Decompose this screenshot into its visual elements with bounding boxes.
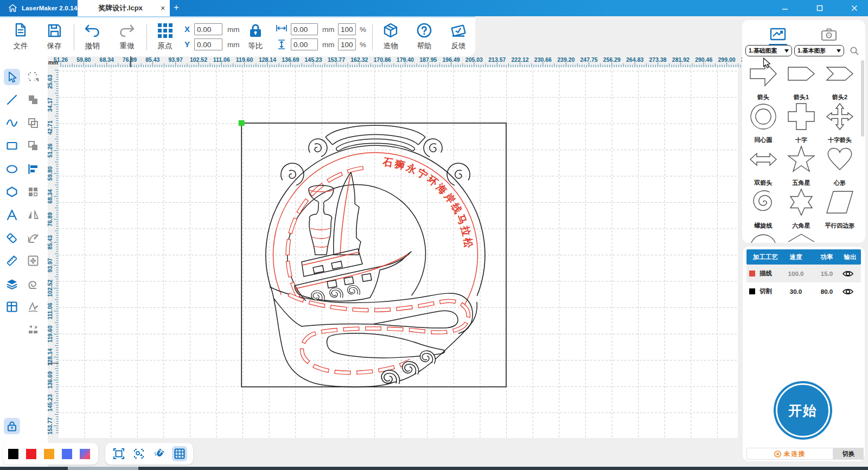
- pen-a-tool[interactable]: [25, 299, 41, 315]
- ellipse-tool[interactable]: [4, 161, 20, 177]
- resize-tool[interactable]: [25, 253, 41, 269]
- tab-gallery[interactable]: [762, 27, 794, 43]
- shape-item-spiral[interactable]: 螺旋线: [744, 188, 782, 230]
- text-tool[interactable]: [4, 207, 20, 223]
- file-label: 文件: [14, 41, 28, 51]
- subcategory-dropdown[interactable]: 1.基本图形: [794, 45, 844, 56]
- medal-design[interactable]: 石狮永宁环海岸线马拉松: [266, 125, 485, 387]
- process-table: 加工工艺 速度 功率 输出 描线 100.0 15.0 切割 30.0 80.0: [746, 249, 861, 300]
- grid4-tool[interactable]: [25, 184, 41, 200]
- x-input[interactable]: [194, 23, 222, 35]
- width-percent-input[interactable]: [338, 23, 356, 35]
- curl-tool[interactable]: [25, 276, 41, 292]
- shape-item-star6[interactable]: 六角星: [782, 188, 820, 230]
- selection-handle[interactable]: [239, 120, 245, 126]
- minimize-button[interactable]: [774, 0, 796, 16]
- curve-tool[interactable]: [4, 115, 20, 131]
- redo-button[interactable]: 重做: [112, 21, 142, 54]
- new-tab-button[interactable]: +: [171, 0, 182, 16]
- close-button[interactable]: [844, 0, 865, 16]
- design-canvas[interactable]: 石狮永宁环海岸线马拉松: [59, 67, 738, 438]
- taskbar-strip: [0, 467, 868, 470]
- layers-tool[interactable]: [4, 276, 20, 292]
- col-power: 功率: [812, 253, 842, 261]
- svg-text:102.52: 102.52: [47, 279, 53, 297]
- frame-button[interactable]: [111, 446, 126, 461]
- connection-switch-button[interactable]: 切换: [833, 448, 864, 460]
- select-tool[interactable]: [4, 69, 20, 85]
- duplicate-tool[interactable]: [25, 115, 41, 131]
- width-input[interactable]: [291, 23, 318, 35]
- shape-item-angle-partial[interactable]: [782, 230, 820, 243]
- feedback-button[interactable]: 反馈: [443, 21, 474, 54]
- select-shapes-button[interactable]: [131, 446, 146, 461]
- mirror-tool[interactable]: [25, 207, 41, 223]
- tab-camera[interactable]: [813, 27, 845, 43]
- process-row-cut[interactable]: 切割 30.0 80.0: [746, 282, 861, 300]
- svg-text:68.34: 68.34: [47, 189, 53, 203]
- marquee-tool[interactable]: [25, 69, 41, 85]
- redo-icon: [119, 21, 135, 40]
- shape-item-arc-partial[interactable]: [744, 230, 782, 243]
- gradient-swatch[interactable]: [80, 449, 90, 459]
- ruler-tool[interactable]: [4, 253, 20, 269]
- rectangle-tool[interactable]: [4, 138, 20, 154]
- color-swatch-3[interactable]: [62, 449, 72, 459]
- center-tool[interactable]: [25, 321, 41, 338]
- shape-item-label: 箭头1: [782, 93, 820, 101]
- undo-button[interactable]: 撤销: [77, 21, 107, 54]
- shape-item-arrow2[interactable]: 箭头2: [821, 59, 859, 101]
- help-button[interactable]: 帮助: [409, 21, 439, 54]
- document-tab[interactable]: 奖牌设计.lcpx ×: [78, 0, 170, 16]
- svg-text:273.38: 273.38: [649, 56, 667, 63]
- svg-text:128.14: 128.14: [259, 56, 276, 63]
- save-button[interactable]: 保存: [39, 21, 69, 54]
- create-button[interactable]: 造物: [375, 21, 406, 54]
- home-icon[interactable]: [5, 2, 20, 15]
- svg-text:213.57: 213.57: [488, 56, 506, 63]
- process-row-trace[interactable]: 描线 100.0 15.0: [746, 265, 861, 282]
- shape-item-star5[interactable]: 五角星: [782, 145, 820, 187]
- color-swatch-2[interactable]: [44, 449, 54, 459]
- eraser-tool[interactable]: [4, 230, 20, 246]
- height-percent-input[interactable]: [338, 38, 356, 50]
- help-icon: [417, 21, 432, 40]
- svg-text:230.66: 230.66: [534, 56, 552, 63]
- grid-button[interactable]: [172, 446, 187, 461]
- measure-tool[interactable]: [25, 230, 41, 246]
- shape-item-concentric[interactable]: 同心圆: [744, 102, 782, 144]
- output-visibility-toggle[interactable]: [842, 287, 858, 297]
- category-dropdown[interactable]: 1.基础图案: [745, 45, 792, 56]
- y-input[interactable]: [194, 38, 222, 50]
- color-swatch-0[interactable]: [8, 449, 18, 459]
- table-tool[interactable]: [4, 299, 20, 315]
- layer-color-swatch: [749, 288, 755, 294]
- maximize-button[interactable]: [809, 0, 831, 16]
- shape-grid-scrollbar[interactable]: [861, 60, 864, 137]
- search-icon[interactable]: [850, 46, 859, 56]
- shape-item-cross-arrow[interactable]: 十字箭头: [821, 102, 859, 144]
- subtract-tool[interactable]: [25, 138, 41, 154]
- origin-button[interactable]: 原点: [150, 21, 180, 54]
- shape-item-arrow1[interactable]: 箭头1: [782, 59, 820, 101]
- file-button[interactable]: 文件: [5, 21, 36, 54]
- magnet-button[interactable]: [152, 446, 167, 461]
- ratio-button[interactable]: 等比: [240, 21, 271, 54]
- align-tool[interactable]: [25, 161, 41, 177]
- lock-canvas-button[interactable]: [4, 418, 20, 434]
- shape-item-cross[interactable]: 十字: [782, 102, 820, 144]
- tab-close-icon[interactable]: ×: [156, 4, 170, 12]
- line-tool[interactable]: [4, 92, 20, 108]
- svg-text:299.00: 299.00: [718, 56, 736, 63]
- polygon-tool[interactable]: [4, 184, 20, 200]
- shape-item-heart[interactable]: 心形: [821, 145, 859, 187]
- weld-tool[interactable]: [25, 92, 41, 108]
- shape-item-parallelogram[interactable]: 平行四边形: [821, 188, 859, 230]
- start-button[interactable]: 开始: [774, 381, 832, 440]
- output-visibility-toggle[interactable]: [842, 269, 858, 279]
- color-swatch-1[interactable]: [26, 449, 36, 459]
- shape-spiral: [744, 188, 782, 217]
- shape-item-double-arrow[interactable]: 双箭头: [744, 145, 782, 187]
- origin-icon: [158, 21, 173, 40]
- height-input[interactable]: [291, 38, 318, 50]
